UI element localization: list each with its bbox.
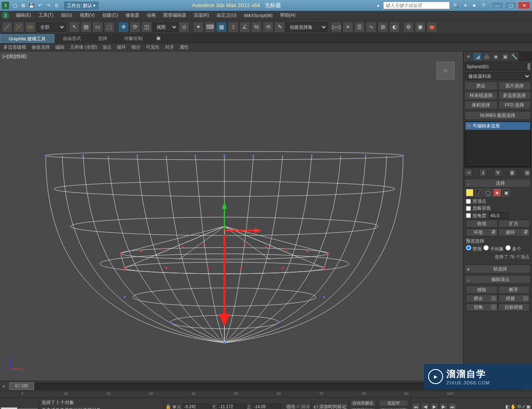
modifier-list-dropdown[interactable]: 修改器列表 <box>465 72 531 80</box>
schematic-view-icon[interactable]: ⊞ <box>377 22 388 32</box>
qat-open-icon[interactable]: ⧉ <box>20 2 27 9</box>
qat-save-icon[interactable]: 💾 <box>28 2 35 9</box>
menu-help[interactable]: 帮助(H) <box>277 11 299 19</box>
render-setup-icon[interactable]: ⚙ <box>403 22 414 32</box>
layers-icon[interactable]: ☰ <box>354 22 365 32</box>
scale-tool-icon[interactable]: ◫ <box>141 22 152 32</box>
coord-z-field[interactable] <box>253 404 281 409</box>
btn-target-weld[interactable]: 目标焊接 <box>498 303 530 311</box>
rsub-visibility[interactable]: 可见性 <box>143 43 162 51</box>
menu-view[interactable]: 视图(V) <box>76 11 99 19</box>
prev-frame-icon[interactable]: ◀ <box>421 403 429 409</box>
subobj-vertex-icon[interactable]: ∴ <box>466 189 473 196</box>
select-rect-icon[interactable]: ▭ <box>92 22 103 32</box>
pivot-center-icon[interactable]: ⊙ <box>179 22 190 32</box>
angle-spinner[interactable] <box>489 212 508 219</box>
percent-snap-icon[interactable]: % <box>251 22 262 32</box>
auto-key-button[interactable]: 自动关键点 <box>350 400 375 407</box>
select-object-icon[interactable]: ↖ <box>69 22 80 32</box>
coord-y-field[interactable] <box>218 404 246 409</box>
panel-tab-modify-icon[interactable]: ◢ <box>473 52 482 61</box>
check-by-angle[interactable]: 按角度: <box>466 212 530 219</box>
tab-welcome[interactable]: 欢迎使 <box>1 407 17 409</box>
mod-btn-extrude[interactable]: 挤出 <box>465 82 498 90</box>
modifier-stack[interactable]: + 可编辑多边形 <box>465 121 531 167</box>
arc-rotate-icon[interactable]: ⟲ <box>517 404 521 409</box>
snap-2d-icon[interactable]: ▦ <box>216 22 227 32</box>
menu-modifiers[interactable]: 修改器 <box>122 11 143 19</box>
material-editor-icon[interactable]: ◐ <box>389 22 400 32</box>
timeline-ruler[interactable]: 01020 304050 607080 90100 <box>0 391 532 397</box>
rsub-geometry[interactable]: 几何体 (全部) <box>67 43 99 51</box>
infocenter-toggle-icon[interactable]: ▸ <box>377 3 380 8</box>
mirror-icon[interactable]: ▷◁ <box>331 22 342 32</box>
selection-center-icon[interactable]: ⊕ <box>172 404 176 409</box>
rollout-soft-selection[interactable]: +软选择 <box>465 265 531 273</box>
radio-preview-subobj[interactable]: 子对象 <box>483 245 504 252</box>
mod-btn-poly-select[interactable]: 多边形选择 <box>498 91 531 100</box>
key-filters-button[interactable]: 关键点过滤器 <box>379 407 408 409</box>
mod-btn-ffd-select[interactable]: FFD 选择 <box>498 101 531 109</box>
search-input[interactable] <box>383 2 450 9</box>
goto-end-icon[interactable]: ⏭ <box>448 403 457 409</box>
maximize-button[interactable]: ▢ <box>505 2 517 9</box>
stack-remove-icon[interactable]: 🗑 <box>509 169 516 176</box>
selection-filter-dropdown[interactable]: 全部 <box>37 22 66 32</box>
favorites-icon[interactable]: ★ <box>470 2 478 9</box>
maximize-viewport-icon[interactable]: ▣ <box>526 404 530 409</box>
qat-undo-icon[interactable]: ↶ <box>37 2 43 9</box>
help-icon[interactable]: ? <box>480 2 487 9</box>
render-prod-icon[interactable]: 🫖 <box>426 22 437 32</box>
rsub-align[interactable]: 对齐 <box>163 43 177 51</box>
radio-preview-multi[interactable]: 多个 <box>505 245 521 252</box>
snap-3d-icon[interactable]: 3 <box>228 22 239 32</box>
rsub-poly-modeling[interactable]: 多边形建模 <box>1 43 29 51</box>
key-mode-dropdown[interactable]: 选定对 <box>379 400 408 407</box>
render-frame-icon[interactable]: ▣ <box>415 22 426 32</box>
stack-show-result-icon[interactable]: ⅱ <box>479 169 487 176</box>
rollout-selection[interactable]: -选择 <box>465 179 531 188</box>
zoom-extents-icon[interactable]: ⤢ <box>522 404 525 409</box>
ribbon-tab-freeform[interactable]: 自由形式 <box>54 34 90 43</box>
time-slider-thumb[interactable]: 0 / 100 <box>9 382 34 390</box>
stack-configure-icon[interactable]: ⊞ <box>523 169 531 176</box>
rotate-tool-icon[interactable]: ⟳ <box>130 22 140 32</box>
object-color-swatch[interactable] <box>527 63 531 70</box>
panel-tab-display-icon[interactable]: ▣ <box>501 52 509 61</box>
play-icon[interactable]: ▶ <box>430 403 438 409</box>
rsub-modify-sel[interactable]: 修改选择 <box>29 43 52 51</box>
named-selection-dropdown[interactable]: 创建选择集 <box>286 22 328 32</box>
rsub-loop[interactable]: 循环 <box>114 43 128 51</box>
btn-loop[interactable]: 循环⇵ <box>498 228 530 236</box>
stack-item-editable-poly[interactable]: + 可编辑多边形 <box>465 122 530 130</box>
mod-btn-spline-select[interactable]: 样条线选择 <box>465 91 498 100</box>
rsub-properties[interactable]: 属性 <box>177 43 191 51</box>
angle-snap-icon[interactable]: ∠ <box>239 22 250 32</box>
move-tool-icon[interactable]: ✥ <box>118 22 129 32</box>
menu-graph-editors[interactable]: 图形编辑器 <box>160 11 190 19</box>
menu-rendering[interactable]: 渲染(R) <box>190 11 212 19</box>
btn-break[interactable]: 断开 <box>498 286 530 294</box>
btn-weld[interactable]: 焊接□ <box>498 295 530 302</box>
radio-preview-off[interactable]: 禁用 <box>466 245 482 252</box>
mod-btn-vol-select[interactable]: 体积选择 <box>465 101 498 109</box>
rsub-edit[interactable]: 编辑 <box>53 43 67 51</box>
window-crossing-icon[interactable]: ⬚ <box>104 22 115 32</box>
select-link-icon[interactable] <box>2 22 12 32</box>
goto-start-icon[interactable]: ⏮ <box>412 403 420 409</box>
search-icon[interactable]: 🔍 <box>452 2 460 9</box>
mod-btn-nurbs[interactable]: NURBS 曲面选择 <box>465 111 531 120</box>
stack-pin-icon[interactable]: ⊣ <box>465 169 472 176</box>
panel-tab-hierarchy-icon[interactable]: 品 <box>483 52 491 61</box>
btn-ring[interactable]: 环形⇵ <box>466 228 498 236</box>
btn-grow[interactable]: 扩大 <box>498 220 530 228</box>
app-menu-icon[interactable]: 3 <box>2 12 9 19</box>
add-time-tag-link[interactable]: 添加时间标记 <box>319 404 347 409</box>
workspace-selector[interactable]: 工作台: 默认▾ <box>64 2 99 10</box>
rsub-vertex[interactable]: 顶点 <box>100 43 114 51</box>
close-button[interactable]: ✕ <box>518 2 530 9</box>
menu-tools[interactable]: 工具(T) <box>35 11 57 19</box>
subobj-element-icon[interactable]: ▣ <box>502 189 510 196</box>
stack-expand-icon[interactable]: + <box>467 124 471 128</box>
btn-extrude[interactable]: 挤出□ <box>466 295 498 302</box>
